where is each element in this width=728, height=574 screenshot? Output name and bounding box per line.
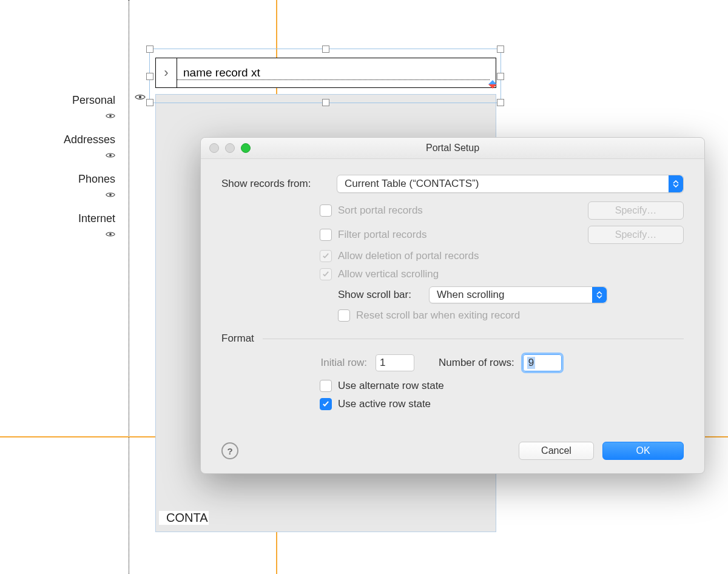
filter-records-checkbox: Filter portal records [320,229,426,241]
field-name-label: name record xt [177,66,490,80]
resize-handle[interactable] [146,46,153,53]
section-divider [263,339,684,339]
chevron-right-icon: › [156,65,177,81]
dotted-guide-vertical [129,0,129,574]
resize-handle[interactable] [322,46,329,53]
portal-footer-label: CONTA [159,511,209,525]
checkbox-icon [320,380,332,392]
scrollbar-popup[interactable]: When scrolling [429,286,607,303]
portal-setup-dialog: Portal Setup Show records from: Current … [200,137,705,474]
sort-records-checkbox: Sort portal records [320,204,423,217]
resize-handle[interactable] [497,46,504,53]
initial-row-label: Initial row: [300,357,367,369]
eye-icon [64,149,115,161]
filter-specify-button: Specify… [588,226,684,244]
portal-row-field[interactable]: › name record xt [155,58,496,88]
sidebar-item-label: Addresses [64,133,115,146]
resize-handle[interactable] [146,73,153,80]
format-section-header: Format [221,333,254,345]
checkbox-label: Use alternate row state [338,380,444,392]
eye-icon [135,92,146,103]
checkbox-icon [320,268,332,280]
eye-icon [72,109,115,122]
resize-handle[interactable] [497,73,504,80]
checkbox-label: Reset scroll bar when exiting record [356,309,520,322]
active-row-checkbox[interactable]: Use active row state [320,398,431,410]
cancel-button[interactable]: Cancel [519,442,594,460]
number-of-rows-field[interactable]: 9 [523,354,562,371]
help-button[interactable]: ? [221,442,238,459]
checkbox-label: Allow vertical scrolling [338,268,439,280]
popup-arrows-icon [669,175,683,192]
resize-handle[interactable] [497,99,504,106]
initial-row-field[interactable]: 1 [376,354,414,371]
checkbox-icon [338,309,350,322]
sidebar-item-personal[interactable]: Personal [72,94,115,122]
svg-point-4 [139,96,141,98]
checkbox-icon [320,250,332,262]
popup-arrows-icon [592,287,607,303]
field-badge-icon [488,80,497,89]
initial-row-value: 1 [380,357,385,369]
sidebar-item-addresses[interactable]: Addresses [64,133,115,161]
number-of-rows-label: Number of rows: [439,357,514,369]
sidebar-item-phones[interactable]: Phones [78,173,115,201]
scrollbar-value: When scrolling [437,289,505,301]
ok-button[interactable]: OK [602,442,684,460]
svg-point-2 [109,194,112,196]
eye-icon [78,228,115,240]
sidebar-item-internet[interactable]: Internet [78,212,115,240]
checkbox-label: Allow deletion of portal records [338,250,479,262]
resize-handle[interactable] [322,99,329,106]
sidebar-item-label: Internet [78,212,115,225]
help-glyph: ? [227,446,232,456]
eye-icon [78,188,115,201]
checkbox-icon [320,398,332,410]
checkbox-label: Filter portal records [338,229,426,241]
checkbox-label: Use active row state [338,398,431,410]
svg-point-3 [109,233,112,235]
alternate-row-checkbox[interactable]: Use alternate row state [320,380,444,392]
sort-specify-button: Specify… [588,201,684,220]
scrollbar-label: Show scroll bar: [338,289,429,301]
allow-scroll-checkbox: Allow vertical scrolling [320,268,439,280]
show-records-label: Show records from: [221,178,337,190]
sidebar-item-label: Personal [72,94,115,106]
checkbox-icon [320,204,332,217]
show-records-value: Current Table (“CONTACTS”) [345,178,479,190]
svg-point-0 [109,115,112,117]
sidebar-item-label: Phones [78,173,115,185]
checkbox-label: Sort portal records [338,204,423,217]
resize-handle[interactable] [146,99,153,106]
svg-point-1 [109,154,112,157]
show-records-popup[interactable]: Current Table (“CONTACTS”) [337,175,684,193]
reset-scroll-checkbox: Reset scroll bar when exiting record [338,309,520,322]
dialog-title: Portal Setup [201,138,704,158]
dialog-titlebar[interactable]: Portal Setup [201,138,704,159]
number-of-rows-value: 9 [527,357,535,369]
allow-delete-checkbox: Allow deletion of portal records [320,250,479,262]
checkbox-icon [320,229,332,241]
